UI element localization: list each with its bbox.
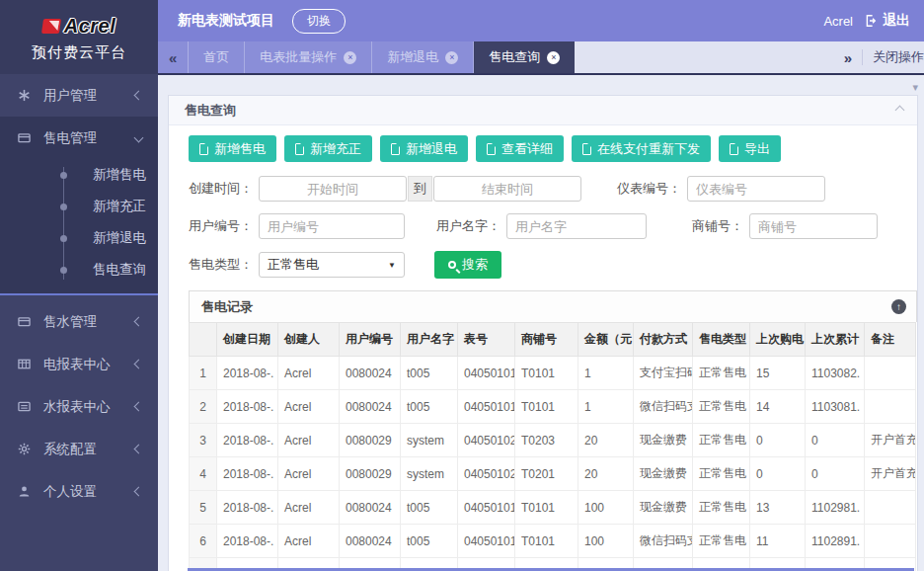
table-title-bar: 售电记录 ↑	[189, 290, 917, 322]
button-label: 新增退电	[406, 140, 457, 158]
table-cell: 20	[578, 424, 634, 457]
table-row[interactable]: 12018-08-.Acrel0080024t00504050101T01011…	[190, 357, 916, 390]
new-refund-button[interactable]: 新增退电	[380, 135, 468, 162]
sidebar-subitem-sale-query[interactable]: 售电查询	[0, 254, 158, 286]
table-cell: 微信扫码支付	[634, 390, 693, 424]
sidebar-item-water-sale-mgmt[interactable]: 售水管理	[0, 300, 158, 343]
sidebar-item-user-mgmt[interactable]: 用户管理	[0, 74, 158, 117]
tab-sale-query[interactable]: 售电查询×	[474, 41, 575, 73]
search-button-label: 搜索	[462, 256, 488, 274]
table-cell: t005	[401, 491, 458, 525]
file-icon	[730, 143, 738, 155]
table-cell: 04050102	[458, 424, 515, 457]
gear-icon	[18, 443, 34, 455]
table-cell: 2018-08-.	[217, 525, 278, 558]
new-correction-button[interactable]: 新增充正	[284, 135, 372, 162]
logout-icon[interactable]	[863, 14, 877, 28]
online-pay-reissue-button[interactable]: 在线支付重新下发	[572, 135, 711, 162]
switch-project-button[interactable]: 切换	[292, 9, 346, 34]
tabs-strip: « 首页电表批量操作×新增退电×售电查询×	[158, 41, 575, 73]
table-cell: 现金缴费	[634, 424, 693, 457]
table-row[interactable]: 22018-08-.Acrel0080024t00504050101T01011…	[190, 390, 916, 424]
sidebar-item-label: 个人设置	[43, 483, 135, 501]
card-icon	[18, 315, 34, 328]
table-cell: 正常售电	[693, 525, 750, 558]
sale-type-select[interactable]: 正常售电 ▼	[259, 252, 405, 278]
start-time-input[interactable]	[259, 176, 407, 202]
sidebar-subitem-new-refund[interactable]: 新增退电	[0, 222, 158, 254]
sidebar-subitem-new-correction[interactable]: 新增充正	[0, 191, 158, 222]
close-tab-icon[interactable]: ×	[547, 51, 560, 64]
close-tab-icon[interactable]: ×	[344, 51, 356, 64]
meter-no-input[interactable]	[687, 176, 825, 202]
tab-new-refund[interactable]: 新增退电×	[372, 41, 474, 73]
table-cell: 0	[806, 424, 865, 457]
user-icon	[18, 485, 34, 498]
create-time-label: 创建时间：	[189, 180, 253, 198]
tab-meter-batch-ops[interactable]: 电表批量操作×	[245, 41, 372, 73]
tab-home[interactable]: 首页	[189, 41, 245, 73]
view-detail-button[interactable]: 查看详细	[476, 135, 564, 162]
new-sale-button[interactable]: 新增售电	[189, 135, 276, 162]
table-cell: 100	[578, 525, 634, 558]
sidebar-item-label: 售电管理	[43, 129, 135, 147]
panel-title: 售电查询	[185, 102, 236, 120]
table-col-header: 金额（元	[578, 323, 634, 357]
table-row[interactable]: 52018-08-.Acrel0080024t00504050101T01011…	[190, 491, 916, 525]
table-cell: 正常售电	[693, 457, 750, 491]
close-operations-button[interactable]: 关闭操作	[873, 48, 924, 66]
end-time-input[interactable]	[433, 176, 581, 202]
table-cell: 2018-08-.	[217, 424, 278, 457]
table-row[interactable]: 62018-08-.Acrel0080024t00504050101T01011…	[190, 525, 916, 558]
collapse-panel-icon[interactable]	[895, 106, 905, 116]
table-cell: 04050101	[458, 491, 515, 525]
logout-button[interactable]: 退出	[883, 12, 910, 30]
user-no-input[interactable]	[259, 213, 405, 239]
table-cell: t005	[401, 357, 458, 390]
button-label: 在线支付重新下发	[597, 140, 700, 158]
table-row[interactable]: 42018-08-.Acrel0080029system04050102T020…	[190, 457, 916, 491]
table-row[interactable]: 32018-08-.Acrel0080029system04050102T020…	[190, 424, 916, 457]
table-cell: 支付宝扫码	[634, 357, 693, 390]
scroll-tabs-left-icon[interactable]: «	[158, 41, 189, 73]
table-col-header: 表号	[458, 323, 515, 357]
sidebar-item-label: 电报表中心	[43, 356, 135, 373]
table-cell: 0080024	[340, 390, 401, 424]
table-cell	[865, 525, 916, 558]
table-col-header: 上次购电	[750, 323, 806, 357]
table-cell: Acrel	[278, 457, 340, 491]
content-area: ▾ 售电查询 新增售电新增充正新增退电查看详细在线支付重新下发导出 创建时间： …	[158, 75, 924, 571]
caret-down-icon[interactable]: ▾	[912, 81, 918, 94]
close-tab-icon[interactable]: ×	[445, 51, 458, 64]
sidebar-subitem-label: 新增退电	[93, 229, 146, 247]
bullet-icon	[60, 204, 67, 210]
query-panel: 售电查询 新增售电新增充正新增退电查看详细在线支付重新下发导出 创建时间： 到 …	[168, 95, 918, 571]
records-table: 创建日期创建人用户编号用户名字表号商铺号金额（元付款方式售电类型上次购电上次累计…	[189, 322, 916, 571]
table-cell: 0	[750, 424, 806, 457]
user-name-input[interactable]	[506, 213, 647, 239]
sidebar-submenu: 新增售电新增充正新增退电售电查询	[0, 159, 158, 293]
sidebar-item-elec-report-center[interactable]: 电报表中心	[0, 343, 158, 385]
sidebar-item-system-config[interactable]: 系统配置	[0, 428, 158, 470]
table-cell: 2018-08-.	[217, 390, 278, 424]
button-label: 新增售电	[214, 140, 266, 158]
username[interactable]: Acrel	[823, 14, 853, 29]
app-window: Acrel 预付费云平台 用户管理售电管理新增售电新增充正新增退电售电查询售水管…	[0, 0, 924, 571]
sidebar-item-label: 用户管理	[43, 87, 135, 105]
file-icon	[582, 143, 591, 155]
sidebar-item-water-report-center[interactable]: 水报表中心	[0, 385, 158, 428]
scroll-top-icon[interactable]: ↑	[891, 299, 906, 314]
table-cell: 微信扫码支付	[634, 525, 693, 558]
sidebar-subitem-new-sale[interactable]: 新增售电	[0, 159, 158, 191]
bullet-icon	[60, 235, 67, 242]
table-title: 售电记录	[201, 298, 253, 316]
search-button[interactable]: 搜索	[434, 251, 501, 279]
sidebar-item-personal-settings[interactable]: 个人设置	[0, 470, 158, 513]
scroll-tabs-right-icon[interactable]: »	[844, 49, 852, 66]
shop-no-input[interactable]	[749, 213, 878, 239]
table-cell: 0080024	[340, 357, 401, 390]
sidebar-item-sale-mgmt[interactable]: 售电管理	[0, 117, 158, 159]
table-cell: t005	[401, 525, 458, 558]
user-no-label: 用户编号：	[189, 217, 253, 235]
export-button[interactable]: 导出	[719, 135, 781, 162]
